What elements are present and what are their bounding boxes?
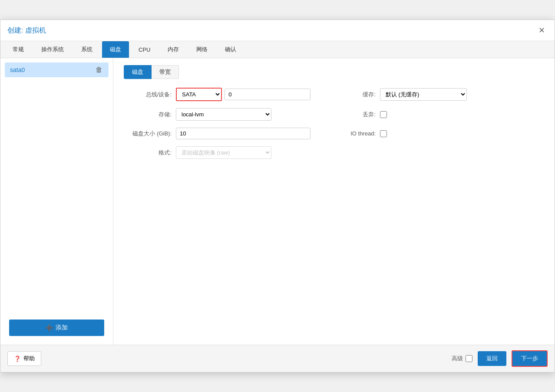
sidebar-item-sata0[interactable]: sata0 🗑 <box>5 63 109 77</box>
cache-label: 缓存: <box>328 91 376 99</box>
close-button[interactable]: ✕ <box>535 24 548 36</box>
bus-device-control: SATA <box>176 88 311 101</box>
add-icon: ➕ <box>46 324 53 331</box>
tab-network[interactable]: 网络 <box>188 41 215 58</box>
help-button[interactable]: ❓ 帮助 <box>7 351 41 366</box>
main-content: sata0 🗑 ➕ 添加 磁盘 带宽 总线 <box>0 58 555 345</box>
back-button[interactable]: 返回 <box>478 351 506 366</box>
discard-control <box>380 111 515 118</box>
disk-size-control <box>176 128 311 139</box>
io-thread-row: IO thread: <box>328 128 515 139</box>
form-grid: 总线/设备: SATA 缓存: 默认 (无缓存) <box>124 88 515 159</box>
title-bar: 创建: 虚拟机 ✕ <box>0 20 555 41</box>
sub-tabs: 磁盘 带宽 <box>124 65 544 79</box>
tab-system[interactable]: 系统 <box>73 41 100 58</box>
disk-size-input[interactable] <box>176 128 311 139</box>
dialog-title: 创建: 虚拟机 <box>7 26 46 35</box>
tab-memory[interactable]: 内存 <box>160 41 187 58</box>
footer-left: ❓ 帮助 <box>7 351 41 366</box>
disk-size-row: 磁盘大小 (GiB): <box>124 128 311 139</box>
advanced-text: 高级 <box>452 355 463 362</box>
tab-os[interactable]: 操作系统 <box>33 41 72 58</box>
add-disk-button[interactable]: ➕ 添加 <box>9 320 104 336</box>
storage-row: 存储: local-lvm <box>124 108 311 121</box>
right-panel: 磁盘 带宽 总线/设备: SATA 缓存 <box>113 58 555 345</box>
sub-tab-bandwidth[interactable]: 带宽 <box>152 65 179 79</box>
next-button[interactable]: 下一步 <box>512 350 548 367</box>
help-label: 帮助 <box>23 355 35 362</box>
bus-device-row: 总线/设备: SATA <box>124 88 311 101</box>
format-row: 格式: 原始磁盘映像 (raw) <box>124 146 311 159</box>
sidebar: sata0 🗑 ➕ 添加 <box>0 58 113 345</box>
add-label: 添加 <box>56 324 68 332</box>
discard-row: 丢弃: <box>328 108 515 121</box>
bus-select[interactable]: SATA <box>176 88 222 101</box>
io-thread-control <box>380 130 515 137</box>
bus-device-label: 总线/设备: <box>124 91 172 99</box>
io-thread-label: IO thread: <box>328 130 376 137</box>
create-vm-dialog: 创建: 虚拟机 ✕ 常规 操作系统 系统 磁盘 CPU 内存 网络 确认 sat… <box>0 20 555 372</box>
device-number-input[interactable] <box>225 89 311 100</box>
tab-confirm[interactable]: 确认 <box>217 41 244 58</box>
format-select[interactable]: 原始磁盘映像 (raw) <box>176 146 271 159</box>
sub-tab-disk[interactable]: 磁盘 <box>124 65 152 79</box>
cache-row: 缓存: 默认 (无缓存) <box>328 88 515 101</box>
discard-checkbox[interactable] <box>380 111 387 118</box>
storage-label: 存储: <box>124 111 172 119</box>
tab-general[interactable]: 常规 <box>5 41 32 58</box>
io-thread-checkbox[interactable] <box>380 130 387 137</box>
advanced-checkbox[interactable] <box>466 355 472 362</box>
tab-cpu[interactable]: CPU <box>131 42 158 57</box>
help-icon: ❓ <box>14 356 21 362</box>
discard-label: 丢弃: <box>328 111 376 119</box>
empty-cell <box>328 146 515 159</box>
sidebar-item-label: sata0 <box>10 66 25 73</box>
storage-control: local-lvm <box>176 108 311 121</box>
footer-right: 高级 返回 下一步 <box>452 350 548 367</box>
footer: ❓ 帮助 高级 返回 下一步 <box>0 345 555 372</box>
disk-size-label: 磁盘大小 (GiB): <box>124 130 172 138</box>
advanced-label[interactable]: 高级 <box>452 355 472 362</box>
tab-disk[interactable]: 磁盘 <box>102 41 129 58</box>
cache-control: 默认 (无缓存) <box>380 88 515 101</box>
format-label: 格式: <box>124 149 172 157</box>
cache-select[interactable]: 默认 (无缓存) <box>380 88 467 101</box>
storage-select[interactable]: local-lvm <box>176 108 271 121</box>
delete-sata0-button[interactable]: 🗑 <box>95 66 103 74</box>
tab-bar: 常规 操作系统 系统 磁盘 CPU 内存 网络 确认 <box>0 41 555 58</box>
format-control: 原始磁盘映像 (raw) <box>176 146 311 159</box>
